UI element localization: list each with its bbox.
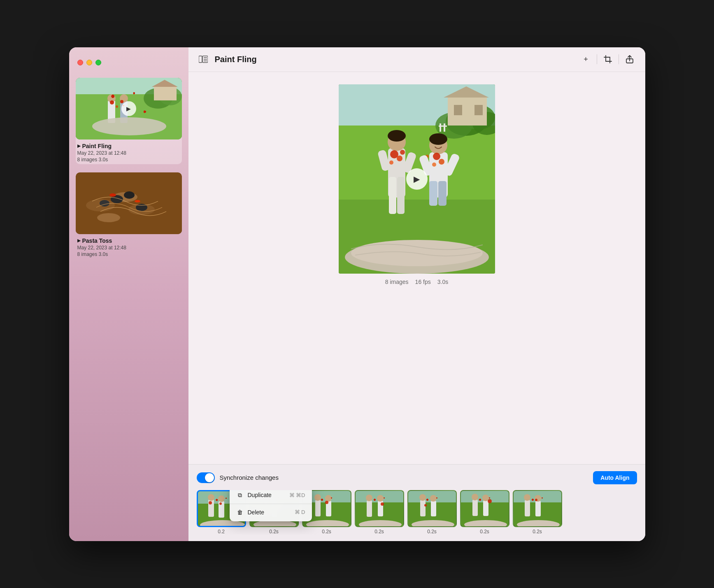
svg-point-107 xyxy=(419,494,426,501)
svg-rect-98 xyxy=(367,500,372,517)
svg-point-118 xyxy=(488,499,492,503)
svg-point-12 xyxy=(116,105,118,108)
svg-point-7 xyxy=(107,94,116,102)
duplicate-label: Duplicate xyxy=(248,492,286,498)
crop-button[interactable] xyxy=(600,52,615,67)
delete-icon: 🗑 xyxy=(236,509,244,516)
context-menu-delete[interactable]: 🗑 Delete ⌘D xyxy=(230,506,312,519)
film-strip: ⧉ Duplicate ⌘⌘D 🗑 Delete xyxy=(197,490,637,535)
share-button[interactable] xyxy=(622,52,637,67)
sidebar-item-pasta-toss[interactable]: ▶ Pasta Toss May 22, 2023 at 12:48 8 ima… xyxy=(76,172,182,259)
svg-point-117 xyxy=(482,495,489,501)
sidebar: ▶ ▶ Paint Fling May 22, 2023 at 12:48 8 … xyxy=(69,47,188,541)
film-frame-6[interactable]: 0.2s xyxy=(460,490,509,535)
svg-rect-112 xyxy=(461,491,509,527)
svg-point-101 xyxy=(377,495,384,502)
svg-point-68 xyxy=(433,153,440,160)
sidebar-toggle-button[interactable] xyxy=(197,54,210,64)
toolbar-divider-1 xyxy=(597,54,597,64)
svg-point-55 xyxy=(397,156,402,161)
app-container: ▶ ▶ Paint Fling May 22, 2023 at 12:48 8 … xyxy=(69,47,645,541)
sidebar-item-paint-fling[interactable]: ▶ ▶ Paint Fling May 22, 2023 at 12:48 8 … xyxy=(76,78,182,164)
auto-align-button[interactable]: Auto Align xyxy=(593,471,637,484)
svg-point-77 xyxy=(209,501,212,504)
svg-rect-62 xyxy=(429,181,437,206)
toggle-knob xyxy=(205,473,214,482)
film-frame-4[interactable]: 0.2s xyxy=(355,490,404,535)
preview-images-count: 8 images xyxy=(385,279,409,285)
svg-point-76 xyxy=(218,495,225,502)
frame-label-4: 0.2s xyxy=(374,529,384,535)
svg-point-69 xyxy=(439,159,444,165)
svg-rect-90 xyxy=(315,500,321,516)
svg-rect-121 xyxy=(514,491,562,502)
svg-point-21 xyxy=(100,200,109,207)
svg-rect-96 xyxy=(356,491,404,527)
film-frame-7[interactable]: 0.2s xyxy=(513,490,562,535)
svg-point-23 xyxy=(109,193,116,197)
svg-point-102 xyxy=(381,502,384,506)
svg-marker-5 xyxy=(152,80,178,87)
svg-rect-40 xyxy=(474,105,483,115)
pasta-toss-title: ▶ Pasta Toss xyxy=(77,237,180,244)
svg-rect-49 xyxy=(397,177,405,214)
svg-rect-122 xyxy=(525,500,530,516)
svg-point-10 xyxy=(110,100,114,105)
context-menu-duplicate[interactable]: ⧉ Duplicate ⌘⌘D xyxy=(230,490,312,502)
frame-thumbnail-5 xyxy=(407,490,457,527)
close-button[interactable] xyxy=(77,60,83,65)
maximize-button[interactable] xyxy=(95,60,101,65)
preview-play-button[interactable]: ▶ xyxy=(406,168,428,190)
minimize-button[interactable] xyxy=(86,60,92,65)
delete-shortcut: ⌘D xyxy=(295,509,305,515)
svg-point-18 xyxy=(97,213,120,222)
frame-label-1: 0.2 xyxy=(218,529,225,535)
toolbar-title: Paint Fling xyxy=(215,55,574,64)
preview-image[interactable]: ▶ xyxy=(339,84,495,274)
paint-fling-play-icon: ▶ xyxy=(121,101,136,116)
svg-rect-97 xyxy=(356,491,404,502)
bottom-panel: Synchronize changes Auto Align xyxy=(188,464,645,541)
svg-point-111 xyxy=(412,520,454,527)
svg-rect-120 xyxy=(514,491,562,527)
svg-point-3 xyxy=(159,87,182,105)
paint-fling-thumbnail: ▶ xyxy=(76,78,182,139)
sidebar-items-list: ▶ ▶ Paint Fling May 22, 2023 at 12:48 8 … xyxy=(69,74,188,263)
svg-rect-43 xyxy=(439,126,447,127)
svg-point-13 xyxy=(92,117,166,135)
duplicate-icon: ⧉ xyxy=(236,492,244,499)
svg-point-11 xyxy=(120,100,123,103)
svg-point-103 xyxy=(359,520,402,527)
svg-rect-104 xyxy=(408,491,457,527)
paint-fling-title: ▶ Paint Fling xyxy=(77,143,180,149)
svg-rect-114 xyxy=(472,500,478,516)
svg-point-93 xyxy=(325,495,332,502)
svg-point-74 xyxy=(208,494,214,501)
sync-toggle[interactable] xyxy=(197,472,215,483)
svg-rect-92 xyxy=(326,501,331,516)
film-frame-1[interactable]: ⧉ Duplicate ⌘⌘D 🗑 Delete xyxy=(197,490,246,535)
svg-rect-108 xyxy=(431,501,436,516)
svg-point-2 xyxy=(144,88,172,109)
toolbar: Paint Fling + xyxy=(188,47,645,72)
svg-point-20 xyxy=(124,191,135,199)
pasta-toss-info: ▶ Pasta Toss May 22, 2023 at 12:48 8 ima… xyxy=(76,234,182,259)
traffic-lights xyxy=(69,56,188,74)
svg-point-70 xyxy=(432,163,436,167)
svg-point-94 xyxy=(325,501,328,504)
svg-point-22 xyxy=(136,204,147,211)
svg-rect-100 xyxy=(378,501,383,516)
film-frame-5[interactable]: 0.2s xyxy=(407,490,457,535)
paint-fling-info: ▶ Paint Fling May 22, 2023 at 12:48 8 im… xyxy=(76,139,182,164)
svg-point-51 xyxy=(388,130,406,142)
duplicate-shortcut: ⌘⌘D xyxy=(289,492,305,498)
add-button[interactable]: + xyxy=(579,52,593,67)
svg-rect-6 xyxy=(108,100,115,123)
svg-point-126 xyxy=(535,499,537,501)
svg-rect-124 xyxy=(535,501,541,516)
pasta-toss-meta: 8 images 3.0s xyxy=(77,251,180,257)
svg-point-110 xyxy=(424,504,427,507)
svg-point-91 xyxy=(314,494,321,501)
svg-point-127 xyxy=(517,520,560,527)
toolbar-divider-2 xyxy=(619,54,619,64)
